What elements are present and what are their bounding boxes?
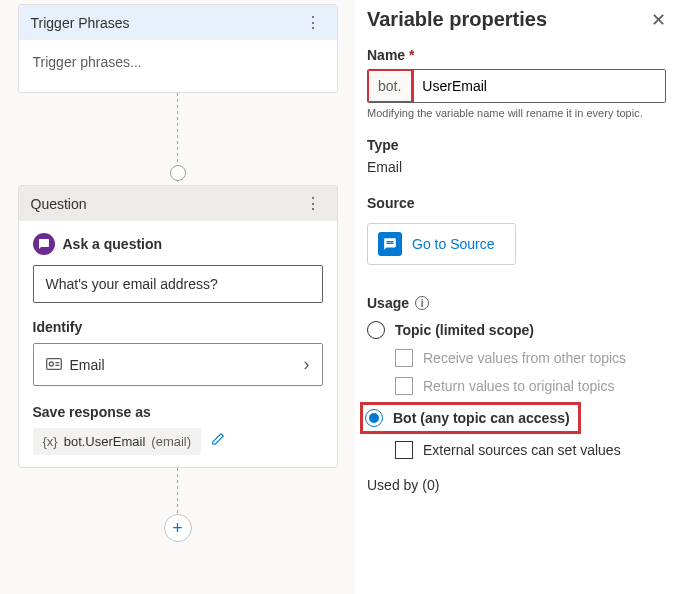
variable-type: (email) (151, 434, 191, 449)
variable-chip[interactable]: {x} bot.UserEmail (email) (33, 428, 202, 455)
card-icon (46, 357, 62, 373)
name-helper: Modifying the variable name will rename … (367, 107, 666, 119)
add-node-button[interactable]: + (164, 514, 192, 542)
name-input-row: bot. (367, 69, 666, 103)
panel-title: Variable properties (367, 8, 547, 31)
usage-label: Usage i (367, 295, 666, 311)
edit-icon[interactable] (211, 433, 225, 449)
return-values-checkbox: Return values to original topics (395, 377, 666, 395)
source-icon (378, 232, 402, 256)
info-icon[interactable]: i (415, 296, 429, 310)
ask-question-label: Ask a question (63, 236, 163, 252)
name-label: Name * (367, 47, 666, 63)
return-values-label: Return values to original topics (423, 378, 614, 394)
go-to-source-button[interactable]: Go to Source (367, 223, 516, 265)
radio-icon (365, 409, 383, 427)
used-by-label: Used by (0) (367, 477, 666, 493)
trigger-node[interactable]: Trigger Phrases ⋮ Trigger phrases... (18, 4, 338, 93)
identify-label: Identify (33, 319, 323, 335)
variable-icon: {x} (43, 434, 58, 449)
variable-name: bot.UserEmail (64, 434, 146, 449)
question-prompt-input[interactable]: What's your email address? (33, 265, 323, 303)
checkbox-icon (395, 349, 413, 367)
canvas: Trigger Phrases ⋮ Trigger phrases... Que… (0, 0, 355, 594)
type-value: Email (367, 159, 666, 175)
connector-line (177, 93, 178, 173)
name-input[interactable] (412, 70, 665, 102)
name-prefix: bot. (368, 70, 412, 102)
variable-properties-panel: Variable properties ✕ Name * bot. Modify… (355, 0, 686, 594)
question-title: Question (31, 196, 87, 212)
chevron-right-icon: › (304, 354, 310, 375)
question-node[interactable]: Question ⋮ Ask a question What's your em… (18, 185, 338, 468)
usage-bot-label: Bot (any topic can access) (393, 410, 570, 426)
radio-icon (367, 321, 385, 339)
source-link-text: Go to Source (412, 236, 495, 252)
external-sources-label: External sources can set values (423, 442, 621, 458)
checkbox-icon (395, 441, 413, 459)
source-label: Source (367, 195, 666, 211)
more-icon[interactable]: ⋮ (301, 194, 325, 213)
svg-point-1 (49, 362, 53, 366)
checkbox-icon (395, 377, 413, 395)
save-response-label: Save response as (33, 404, 323, 420)
close-icon[interactable]: ✕ (651, 9, 666, 31)
identify-value: Email (70, 357, 105, 373)
trigger-placeholder[interactable]: Trigger phrases... (19, 40, 337, 92)
more-icon[interactable]: ⋮ (301, 13, 325, 32)
usage-topic-label: Topic (limited scope) (395, 322, 534, 338)
usage-topic-radio[interactable]: Topic (limited scope) (367, 321, 666, 339)
receive-values-label: Receive values from other topics (423, 350, 626, 366)
usage-bot-radio[interactable]: Bot (any topic can access) (365, 409, 570, 427)
external-sources-checkbox[interactable]: External sources can set values (395, 441, 666, 459)
join-circle (170, 165, 186, 181)
chat-icon (33, 233, 55, 255)
identify-select[interactable]: Email › (33, 343, 323, 386)
trigger-title: Trigger Phrases (31, 15, 130, 31)
receive-values-checkbox: Receive values from other topics (395, 349, 666, 367)
type-label: Type (367, 137, 666, 153)
